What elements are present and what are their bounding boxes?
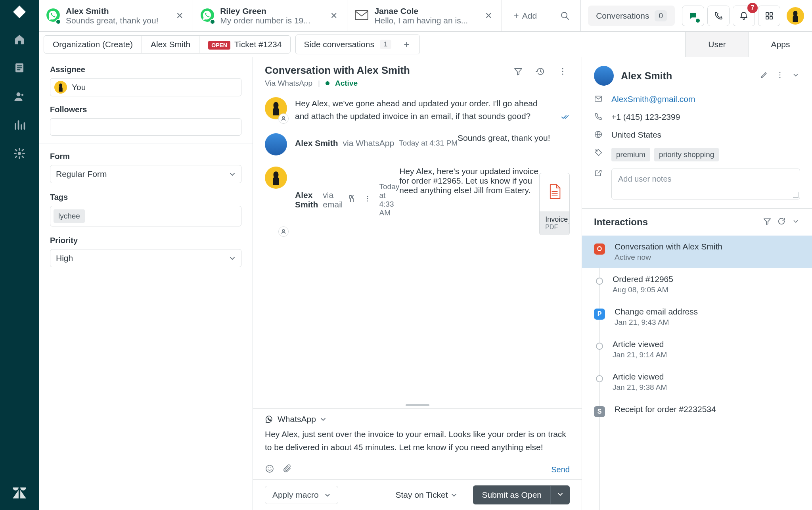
message: Alex Smith via email Today at 4:33 AM He… <box>265 161 570 241</box>
interactions-timeline: O Conversation with Alex SmithActive now… <box>582 236 812 510</box>
more-icon[interactable] <box>776 71 784 81</box>
svg-rect-11 <box>770 17 772 19</box>
emoji-icon[interactable] <box>265 464 274 475</box>
read-receipt-icon <box>561 113 570 122</box>
notifications-icon[interactable]: 7 <box>733 6 755 26</box>
event-marker-icon <box>596 375 603 382</box>
history-icon[interactable] <box>533 64 548 80</box>
side-conversations[interactable]: Side conversations 1 + <box>295 35 420 54</box>
message-text: Sounds great, thank you! <box>458 133 550 155</box>
notification-badge: 7 <box>747 3 758 13</box>
edit-icon[interactable] <box>760 71 768 81</box>
ticket-properties-panel: Assignee You Followers Form Regular Form… <box>39 57 253 510</box>
timeline-item[interactable]: O Conversation with Alex SmithActive now <box>582 236 812 268</box>
side-conv-count: 1 <box>380 40 391 49</box>
close-icon[interactable]: ✕ <box>483 9 494 23</box>
timeline-item[interactable]: Ordered #12965Aug 08, 9:05 AM <box>582 268 812 301</box>
more-icon[interactable] <box>555 64 570 80</box>
message-text: Hey Alex, here's your updated invoice fo… <box>399 167 539 235</box>
more-icon[interactable] <box>364 195 372 205</box>
tags-field[interactable]: lychee <box>50 206 241 226</box>
close-icon[interactable]: ✕ <box>328 9 340 23</box>
filter-icon[interactable] <box>511 64 525 80</box>
stay-on-ticket-select[interactable]: Stay on Ticket <box>396 490 458 500</box>
attachment[interactable]: Invoice_12965PDF <box>539 173 570 235</box>
home-icon[interactable] <box>13 33 25 47</box>
breadcrumb-ticket[interactable]: OPENTicket #1234 <box>199 36 290 53</box>
svg-point-7 <box>561 12 567 18</box>
assignee-field[interactable]: You <box>50 78 241 96</box>
collapse-icon[interactable] <box>791 217 800 227</box>
chevron-down-icon <box>229 255 236 261</box>
add-tab-button[interactable]: +Add <box>502 0 550 31</box>
timeline-item[interactable]: P Change email addressJan 21, 9:43 AM <box>582 301 812 333</box>
svg-point-23 <box>779 77 781 78</box>
open-marker-icon: O <box>594 243 605 255</box>
tab-subtitle: Sounds great, thank you! <box>66 16 168 25</box>
user-avatar[interactable] <box>787 7 804 25</box>
timeline-item[interactable]: S Receipt for order #2232534 <box>582 398 812 424</box>
message-author: Alex Smith <box>295 138 338 148</box>
resize-handle[interactable] <box>253 401 582 408</box>
send-button[interactable]: Send <box>551 465 570 474</box>
filter-icon[interactable] <box>763 217 772 227</box>
submit-button[interactable]: Submit as Open <box>473 485 570 504</box>
timeline-item[interactable]: Article viewedJan 21, 9:38 AM <box>582 366 812 398</box>
composer-text[interactable]: Hey Alex, just sent over the invoice to … <box>265 428 570 460</box>
avatar <box>265 167 287 189</box>
views-icon[interactable] <box>13 62 25 75</box>
close-icon[interactable]: ✕ <box>174 9 186 23</box>
add-side-conv-icon[interactable]: + <box>397 39 416 50</box>
conversation-tab[interactable]: Janae ColeHello, I am having an is... ✕ <box>347 0 502 31</box>
globe-icon <box>594 130 603 141</box>
conversation-panel: Conversation with Alex Smith Via WhatsAp… <box>253 57 582 510</box>
ticket-status-chip: OPEN <box>208 41 230 50</box>
message-list[interactable]: Hey Alex, we've gone ahead and updated y… <box>253 92 582 401</box>
attach-icon[interactable] <box>282 464 292 475</box>
conversations-count: 0 <box>655 10 667 21</box>
conversation-tab[interactable]: Alex SmithSounds great, thank you! ✕ <box>39 0 193 31</box>
call-icon[interactable] <box>707 6 730 26</box>
user-email[interactable]: AlexSmith@gmail.com <box>611 94 695 104</box>
admin-icon[interactable] <box>13 148 25 161</box>
user-notes[interactable]: Add user notes <box>611 169 800 199</box>
chevron-down-icon <box>324 492 331 498</box>
chat-icon[interactable] <box>682 6 704 26</box>
tab-user[interactable]: User <box>685 32 749 57</box>
search-button[interactable] <box>549 0 581 31</box>
svg-point-17 <box>367 196 368 197</box>
apply-macro-select[interactable]: Apply macro <box>265 486 338 504</box>
breadcrumb-requester[interactable]: Alex Smith <box>142 36 199 53</box>
tab-apps[interactable]: Apps <box>749 32 812 57</box>
svg-point-20 <box>266 465 273 472</box>
user-phone: +1 (415) 123-2399 <box>611 112 680 122</box>
chevron-down-icon <box>451 492 457 498</box>
form-select[interactable]: Regular Form <box>50 165 241 183</box>
customers-icon[interactable] <box>13 90 25 104</box>
followers-field[interactable] <box>50 118 241 136</box>
tab-subtitle: My order number is 19... <box>220 16 322 25</box>
svg-point-18 <box>367 198 368 199</box>
file-icon <box>548 184 562 201</box>
followers-label: Followers <box>50 105 241 114</box>
timeline-item[interactable]: Article viewedJan 21, 9:14 AM <box>582 333 812 366</box>
tags-label: Tags <box>50 193 241 202</box>
refresh-icon[interactable] <box>777 217 786 227</box>
collapse-icon[interactable] <box>791 71 800 81</box>
conversation-tab[interactable]: Riley GreenMy order number is 19... ✕ <box>193 0 347 31</box>
svg-rect-10 <box>766 17 768 19</box>
message: Alex Smith via WhatsApp Today at 4:31 PM… <box>265 128 570 161</box>
priority-select[interactable]: High <box>50 249 241 267</box>
attachment-type: PDF <box>545 224 564 231</box>
message-via: via email <box>323 190 343 209</box>
context-tabs: User Apps <box>685 32 812 57</box>
timeline-title: Ordered #12965 <box>613 274 673 284</box>
channel-select[interactable]: WhatsApp <box>265 414 570 424</box>
breadcrumb-org[interactable]: Organization (Create) <box>44 36 142 53</box>
conversations-button[interactable]: Conversations0 <box>588 6 675 26</box>
submit-dropdown[interactable] <box>550 486 570 504</box>
zendesk-icon[interactable] <box>13 487 26 500</box>
reporting-icon[interactable] <box>13 119 25 132</box>
avatar <box>594 66 614 86</box>
apps-icon[interactable] <box>758 6 780 26</box>
